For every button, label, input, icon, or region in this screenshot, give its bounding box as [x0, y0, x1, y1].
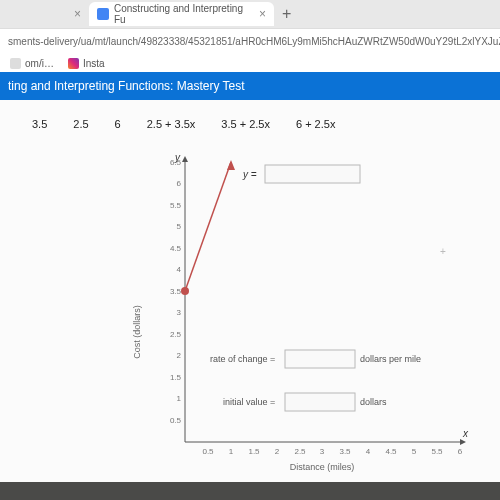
svg-text:5.5: 5.5 [170, 201, 182, 210]
svg-text:5.5: 5.5 [431, 447, 443, 456]
svg-text:4.5: 4.5 [170, 244, 182, 253]
svg-text:3: 3 [177, 308, 182, 317]
browser-tab-active[interactable]: Constructing and Interpreting Fu × [89, 2, 274, 26]
y-axis-arrow-icon [182, 156, 188, 162]
svg-text:4: 4 [177, 265, 182, 274]
svg-text:1: 1 [229, 447, 234, 456]
bookmark-label: om/i… [25, 58, 54, 69]
answer-options: 3.5 2.5 6 2.5 + 3.5x 3.5 + 2.5x 6 + 2.5x [0, 110, 500, 130]
svg-text:4: 4 [366, 447, 371, 456]
x-axis-arrow-icon [460, 439, 466, 445]
initial-value-label: initial value = [223, 397, 275, 407]
bookmark-item[interactable]: om/i… [10, 58, 54, 69]
content-area: 3.5 2.5 6 2.5 + 3.5x 3.5 + 2.5x 6 + 2.5x… [0, 100, 500, 482]
chart-line [185, 162, 231, 291]
option-6[interactable]: 6 + 2.5x [296, 118, 335, 130]
svg-text:5: 5 [177, 222, 182, 231]
svg-text:3.5: 3.5 [170, 287, 182, 296]
x-variable-label: x [462, 428, 469, 439]
svg-text:3: 3 [320, 447, 325, 456]
svg-text:2: 2 [275, 447, 280, 456]
svg-text:6: 6 [458, 447, 463, 456]
page-title: ting and Interpreting Functions: Mastery… [8, 79, 245, 93]
bookmark-item[interactable]: Insta [68, 58, 105, 69]
new-tab-icon[interactable]: + [282, 5, 291, 23]
svg-text:5: 5 [412, 447, 417, 456]
option-1[interactable]: 3.5 [32, 118, 47, 130]
svg-text:4.5: 4.5 [385, 447, 397, 456]
bookmark-icon [10, 58, 21, 69]
initial-unit-label: dollars [360, 397, 387, 407]
page-title-bar: ting and Interpreting Functions: Mastery… [0, 72, 500, 100]
line-arrow-icon [227, 160, 235, 170]
plus-mark-icon: + [440, 246, 446, 257]
chart-svg: Cost (dollars) y x 6.5 6 [130, 152, 470, 482]
svg-text:6.5: 6.5 [170, 158, 182, 167]
svg-text:2.5: 2.5 [294, 447, 306, 456]
favicon-icon [97, 8, 109, 20]
option-4[interactable]: 2.5 + 3.5x [147, 118, 196, 130]
svg-text:1.5: 1.5 [170, 373, 182, 382]
svg-text:1.5: 1.5 [248, 447, 260, 456]
y-ticks: 6.5 6 5.5 5 4.5 4 3.5 3 2.5 2 1.5 1 0.5 [170, 158, 182, 425]
y-axis-label: Cost (dollars) [132, 305, 142, 359]
svg-text:0.5: 0.5 [202, 447, 214, 456]
svg-text:0.5: 0.5 [170, 416, 182, 425]
option-2[interactable]: 2.5 [73, 118, 88, 130]
rate-of-change-input[interactable] [285, 350, 355, 368]
option-5[interactable]: 3.5 + 2.5x [221, 118, 270, 130]
initial-value-input[interactable] [285, 393, 355, 411]
svg-text:2.5: 2.5 [170, 330, 182, 339]
url-text: sments-delivery/ua/mt/launch/49823338/45… [0, 36, 500, 47]
data-point [181, 287, 189, 295]
close-icon[interactable]: × [74, 7, 81, 21]
tab-close-icon[interactable]: × [259, 7, 266, 21]
tab-bar: × Constructing and Interpreting Fu × + [0, 0, 500, 28]
x-ticks: 0.5 1 1.5 2 2.5 3 3.5 4 4.5 5 5.5 6 [202, 447, 462, 456]
instagram-icon [68, 58, 79, 69]
y-equals-label: y = [242, 169, 257, 180]
rate-of-change-label: rate of change = [210, 354, 275, 364]
tab-title: Constructing and Interpreting Fu [114, 3, 250, 25]
option-3[interactable]: 6 [115, 118, 121, 130]
svg-text:1: 1 [177, 394, 182, 403]
bookmarks-bar: om/i… Insta [0, 54, 500, 72]
svg-text:2: 2 [177, 351, 182, 360]
url-bar[interactable]: sments-delivery/ua/mt/launch/49823338/45… [0, 28, 500, 54]
y-equals-input[interactable] [265, 165, 360, 183]
chart-container: Cost (dollars) y x 6.5 6 [130, 152, 500, 482]
svg-text:3.5: 3.5 [339, 447, 351, 456]
x-axis-label: Distance (miles) [290, 462, 355, 472]
rate-unit-label: dollars per mile [360, 354, 421, 364]
svg-text:6: 6 [177, 179, 182, 188]
bookmark-label: Insta [83, 58, 105, 69]
